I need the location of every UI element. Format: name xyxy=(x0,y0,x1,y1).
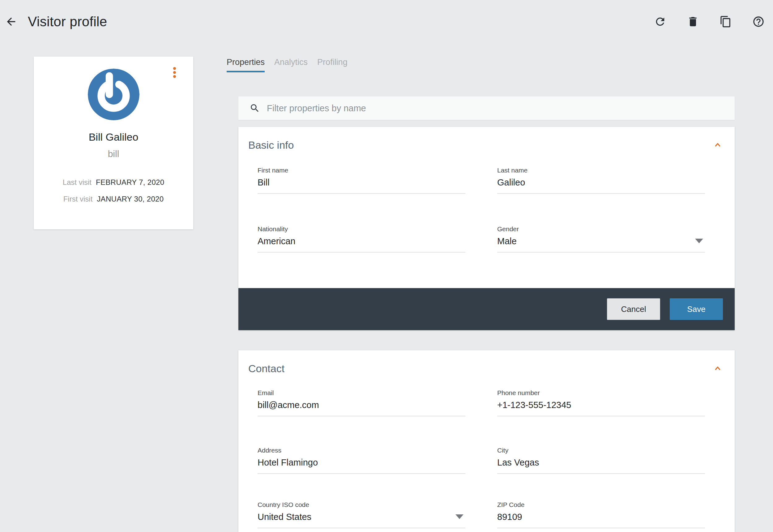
chevron-up-icon[interactable] xyxy=(713,364,722,373)
city-input[interactable] xyxy=(497,457,705,474)
visitor-name: Bill Galileo xyxy=(34,130,193,143)
tab-analytics[interactable]: Analytics xyxy=(274,57,308,72)
back-icon[interactable] xyxy=(4,15,18,28)
first-name-input[interactable] xyxy=(258,177,465,194)
field-nationality: Nationality xyxy=(258,226,465,253)
field-city: City xyxy=(497,447,705,474)
last-name-input[interactable] xyxy=(497,177,705,194)
field-label: Gender xyxy=(497,226,705,232)
first-visit-row: First visit JANUARY 30, 2020 xyxy=(34,194,193,204)
visitor-username: bill xyxy=(34,148,193,160)
caret-down-icon[interactable] xyxy=(455,514,463,519)
question-circle-glyph xyxy=(752,15,765,28)
section-title: Basic info xyxy=(248,139,294,151)
section-basic-info: Basic info First name Last name National… xyxy=(238,127,735,288)
top-bar: Visitor profile xyxy=(0,0,773,43)
arrow-left-icon xyxy=(5,15,17,28)
help-icon[interactable] xyxy=(752,15,765,28)
country-select[interactable] xyxy=(258,512,465,528)
zip-code-input[interactable] xyxy=(497,512,705,528)
field-last-name: Last name xyxy=(497,167,705,194)
field-phone-number: Phone number xyxy=(497,389,705,416)
page-title: Visitor profile xyxy=(28,14,107,29)
first-visit-label: First visit xyxy=(63,194,93,204)
copy-icon[interactable] xyxy=(719,15,732,28)
field-label: Email xyxy=(258,389,465,396)
field-label: Last name xyxy=(497,167,705,174)
refresh-glyph xyxy=(654,15,666,28)
tab-properties[interactable]: Properties xyxy=(227,57,265,72)
kebab-dot xyxy=(173,71,176,74)
delete-icon[interactable] xyxy=(686,15,699,28)
chevron-up-icon[interactable] xyxy=(713,140,722,150)
search-input[interactable] xyxy=(267,103,728,113)
field-label: ZIP Code xyxy=(497,501,705,508)
field-label: Nationality xyxy=(258,226,465,232)
save-action-bar: Cancel Save xyxy=(238,288,735,330)
section-contact: Contact Email Phone number Address City … xyxy=(238,350,735,532)
trash-glyph xyxy=(687,15,699,28)
tab-profiling[interactable]: Profiling xyxy=(317,57,348,72)
nationality-input[interactable] xyxy=(258,236,465,253)
section-title: Contact xyxy=(248,363,284,375)
address-input[interactable] xyxy=(258,457,465,474)
field-first-name: First name xyxy=(258,167,465,194)
kebab-dot xyxy=(173,75,176,78)
field-gender: Gender xyxy=(497,226,705,253)
save-button[interactable]: Save xyxy=(670,298,723,320)
search-icon xyxy=(250,103,260,113)
visitor-summary-card: Bill Galileo bill Last visit FEBRUARY 7,… xyxy=(34,57,193,229)
field-email: Email xyxy=(258,389,465,416)
profile-tabs: Properties Analytics Profiling xyxy=(227,57,348,72)
header-actions xyxy=(654,15,773,28)
field-country-iso-code: Country ISO code xyxy=(258,501,465,528)
avatar xyxy=(88,69,139,120)
phone-number-input[interactable] xyxy=(497,400,705,416)
field-label: Address xyxy=(258,447,465,454)
field-label: City xyxy=(497,447,705,454)
field-label: Phone number xyxy=(497,389,705,396)
field-zip-code: ZIP Code xyxy=(497,501,705,528)
field-label: First name xyxy=(258,167,465,174)
profile-menu-icon[interactable] xyxy=(172,67,177,78)
field-label: Country ISO code xyxy=(258,501,465,508)
last-visit-value: FEBRUARY 7, 2020 xyxy=(96,178,164,187)
email-input[interactable] xyxy=(258,400,465,416)
field-address: Address xyxy=(258,447,465,474)
kebab-dot xyxy=(173,67,176,70)
property-filter-bar xyxy=(238,96,735,120)
refresh-icon[interactable] xyxy=(654,15,667,28)
first-visit-value: JANUARY 30, 2020 xyxy=(97,194,164,204)
copy-glyph xyxy=(720,15,732,28)
last-visit-row: Last visit FEBRUARY 7, 2020 xyxy=(34,178,193,187)
caret-down-icon[interactable] xyxy=(695,239,703,243)
last-visit-label: Last visit xyxy=(63,178,92,187)
cancel-button[interactable]: Cancel xyxy=(607,298,660,320)
gender-select[interactable] xyxy=(497,236,705,253)
visitor-profile-page: Visitor profile xyxy=(0,0,773,532)
